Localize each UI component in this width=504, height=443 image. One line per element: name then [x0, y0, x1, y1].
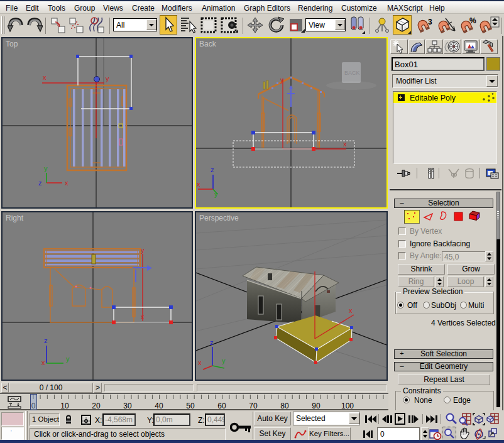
svg-text:x: x	[343, 140, 347, 148]
svg-text:x: x	[197, 180, 200, 188]
svg-text:y: y	[66, 355, 70, 363]
svg-text:z: z	[44, 337, 48, 344]
svg-text:z: z	[210, 339, 214, 346]
svg-text:y: y	[280, 76, 284, 84]
svg-text:20: 20	[92, 402, 101, 410]
svg-text:40: 40	[155, 402, 163, 410]
svg-text:y: y	[44, 165, 48, 172]
svg-text:x: x	[349, 307, 353, 314]
svg-text:y: y	[106, 75, 109, 82]
svg-text:70: 70	[249, 402, 258, 410]
svg-text:3: 3	[428, 18, 432, 26]
svg-text:z: z	[211, 166, 214, 173]
svg-text:z: z	[38, 179, 42, 187]
svg-text:x: x	[141, 313, 145, 320]
svg-text:%: %	[469, 16, 476, 25]
svg-text:x: x	[198, 359, 202, 366]
svg-text:10: 10	[60, 402, 69, 410]
svg-text:x: x	[43, 74, 47, 81]
svg-text:90: 90	[312, 402, 320, 410]
svg-text:50: 50	[186, 402, 195, 410]
svg-text:100: 100	[341, 402, 354, 410]
svg-text:y: y	[141, 246, 145, 254]
svg-text:y: y	[214, 190, 218, 198]
svg-text:x: x	[41, 359, 45, 366]
svg-text:60: 60	[217, 402, 226, 410]
svg-text:y: y	[222, 357, 226, 364]
svg-text:80: 80	[280, 402, 289, 410]
svg-text:30: 30	[123, 402, 132, 410]
svg-text:x: x	[65, 179, 68, 187]
svg-text:BACK: BACK	[344, 70, 360, 76]
